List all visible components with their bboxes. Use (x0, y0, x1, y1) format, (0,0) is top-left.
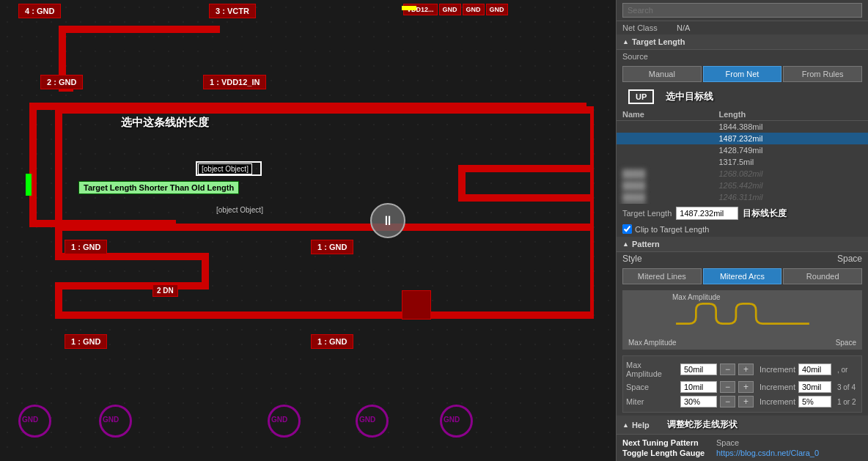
pattern-btn-rounded[interactable]: Rounded (783, 268, 862, 284)
param-inc-input-1[interactable] (798, 381, 831, 393)
pattern-btn-mitered-arcs[interactable]: Mitered Arcs (703, 268, 782, 284)
clip-label: Clip to Target Length (635, 225, 709, 234)
net-label-gnd-top-left: 4 : GND (18, 4, 61, 18)
param-label-max-amp: Max Amplitude (626, 361, 677, 378)
table-row-blurred[interactable]: ████ 1231.267mil (617, 203, 868, 204)
space-label: Space (837, 254, 862, 264)
search-input[interactable] (622, 3, 862, 18)
net-class-label: Net Class (622, 23, 674, 32)
help-key-0: Next Tuning Pattern (622, 438, 710, 447)
net-label-gnd-top2: GND (463, 4, 485, 15)
pcb-canvas: 4 : GND 3 : VCTR VDD12... GND GND GND (0, 0, 616, 461)
row-name-6: ████ (617, 191, 713, 203)
pattern-btn-mitered-lines[interactable]: Mitered Lines (622, 268, 702, 284)
yellow-trace-top (402, 6, 416, 10)
row-name-3 (617, 156, 713, 168)
param-inc-max-amp[interactable]: + (738, 364, 754, 375)
table-row-blurred[interactable]: ████ 1268.082mil (617, 168, 868, 180)
pattern-header[interactable]: ▲ Pattern (617, 237, 868, 252)
via-label-4: GND (359, 416, 375, 424)
amplitude-arrow-label: Max Amplitude (672, 293, 721, 301)
param-input-max-amp[interactable] (680, 364, 717, 375)
help-header[interactable]: ▲ Help 调整蛇形走线形状 (617, 416, 868, 435)
target-length-header[interactable]: ▲ Target Length (617, 34, 868, 50)
row-name-7: ████ (617, 203, 713, 204)
param-label-space: Space (626, 383, 677, 391)
source-btn-from-rules[interactable]: From Rules (783, 66, 862, 82)
param-input-space[interactable] (680, 381, 717, 393)
length-table: Name Length 1844.388mil 1487.232mil (617, 108, 868, 204)
help-title: Help (632, 421, 650, 429)
row-name-5: ████ (617, 180, 713, 191)
net-label-vdd12-in: 1 : VDD12_IN (203, 75, 266, 89)
help-row-1: Toggle Length Gauge https://blog.csdn.ne… (622, 448, 862, 458)
table-row-blurred[interactable]: ████ 1265.442mil (617, 180, 868, 191)
param-inc-input-0[interactable] (798, 364, 831, 375)
param-extra-2: 1 or 2 (837, 398, 856, 406)
net-label-gnd-top3: GND (486, 4, 508, 15)
col-header-length: Length (713, 108, 868, 121)
warning-label: Target Length Shorter Than Old Length (78, 181, 239, 194)
style-space-row: Style Space (617, 252, 868, 265)
param-section: Max Amplitude − + Increment , or Space −… (622, 355, 862, 413)
row-length-7: 1231.267mil (713, 203, 868, 204)
table-row-selected[interactable]: 1487.232mil (617, 133, 868, 144)
dn-label: 2 DN (152, 284, 178, 297)
table-row[interactable]: 1844.388mil (617, 121, 868, 133)
help-action-1: https://blog.csdn.net/Clara_0 (716, 449, 819, 457)
param-extra-0: , or (837, 366, 847, 374)
param-dec-space[interactable]: − (720, 381, 735, 393)
row-name-1 (617, 133, 713, 144)
clip-checkbox-row: Clip to Target Length (617, 223, 868, 237)
green-marker (26, 174, 32, 196)
row-name-0 (617, 121, 713, 133)
table-row[interactable]: 1317.5mil (617, 156, 868, 168)
param-input-miter[interactable] (680, 396, 717, 407)
param-inc-miter[interactable]: + (738, 396, 754, 407)
net-label-gnd-bot-right1: 1 : GND (311, 240, 353, 254)
param-inc-input-2[interactable] (798, 396, 831, 407)
row-length-5: 1265.442mil (713, 180, 868, 191)
table-row-blurred[interactable]: ████ 1246.311mil (617, 191, 868, 203)
via-label-1: GND (22, 416, 38, 424)
up-button[interactable]: UP (628, 89, 654, 104)
net-label-gnd-bot-left2: 1 : GND (65, 334, 107, 349)
row-length-4: 1268.082mil (713, 168, 868, 180)
row-length-6: 1246.311mil (713, 191, 868, 203)
via-label-3: GND (271, 416, 287, 424)
source-btn-manual[interactable]: Manual (622, 66, 702, 82)
net-label-gnd-bot-right2: 1 : GND (311, 334, 353, 349)
row-name-4: ████ (617, 168, 713, 180)
net-label-gnd-bot-left1: 1 : GND (65, 240, 107, 254)
col-header-name: Name (617, 108, 713, 121)
help-section: Next Tuning Pattern Space Toggle Length … (617, 435, 868, 461)
param-row-space: Space − + Increment 3 of 4 (626, 380, 858, 394)
clip-checkbox[interactable] (622, 224, 632, 234)
param-row-max-amplitude: Max Amplitude − + Increment , or (626, 359, 858, 380)
pattern-triangle-icon: ▲ (622, 240, 629, 248)
pattern-buttons-group: Mitered Lines Mitered Arcs Rounded (617, 265, 868, 287)
row-length-2: 1428.749mil (713, 144, 868, 156)
param-dec-max-amp[interactable]: − (720, 364, 735, 375)
target-length-label: Target Length (622, 209, 672, 218)
table-row[interactable]: 1428.749mil (617, 144, 868, 156)
style-label: Style (622, 254, 642, 264)
source-label: Source (622, 52, 674, 61)
pause-button[interactable]: ⏸ (370, 203, 405, 238)
via-label-5: GND (444, 416, 460, 424)
via-label-2: GND (103, 416, 119, 424)
param-inc-space[interactable]: + (738, 381, 754, 393)
param-inc-label-0: Increment (760, 365, 795, 374)
param-dec-miter[interactable]: − (720, 396, 735, 407)
row-name-2 (617, 144, 713, 156)
annotation-adjust-snake: 调整蛇形走线形状 (667, 418, 738, 431)
help-key-1: Toggle Length Gauge (622, 449, 710, 457)
param-label-miter: Miter (626, 397, 677, 406)
source-btn-from-net[interactable]: From Net (703, 66, 782, 82)
row-length-1: 1487.232mil (713, 133, 868, 144)
preview-label-amplitude: Max Amplitude (622, 293, 862, 301)
target-length-input[interactable] (676, 207, 738, 220)
net-label-gnd-top1: GND (439, 4, 461, 15)
annotation-select-wire: 选中这条线的长度 (121, 116, 209, 130)
source-buttons-group: Manual From Net From Rules (617, 63, 868, 85)
